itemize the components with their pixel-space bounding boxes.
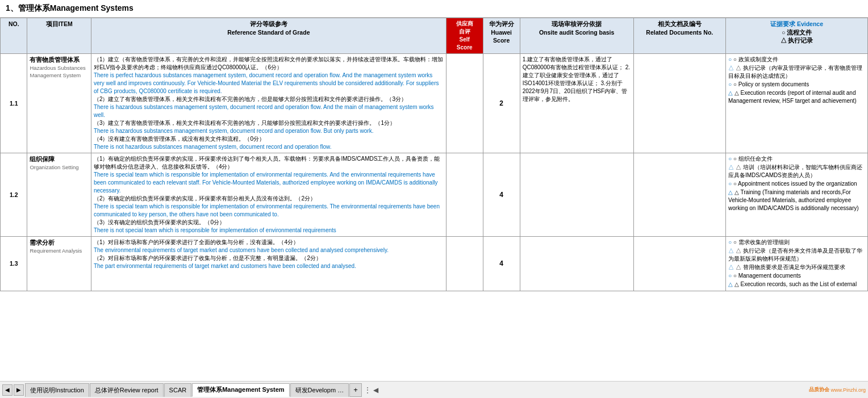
tab-next-button[interactable]: ▶ [14,384,24,396]
tab-add-button[interactable]: + [349,383,362,397]
row-no-1-2: 1.2 [1,153,27,237]
item-en-1-2: Organization Setting [30,164,88,171]
tab-scroll-left-icon[interactable]: ◀ [373,386,378,394]
table-row: 1.3 需求分析 Requirement Analysis （1）对目标市场和客… [1,237,868,291]
col-docs-header: 相关文档及编号 Related Documents No. [633,18,725,54]
col-onsite-header: 现场审核评分依据 Onsite audit Scoring basis [520,18,633,54]
table-container[interactable]: NO. 项目ITEM 评分等级参考 Reference Standard of … [0,18,868,381]
header-row: NO. 项目ITEM 评分等级参考 Reference Standard of … [1,18,868,54]
row-no-1-3: 1.3 [1,237,27,291]
col-item-header: 项目ITEM [27,18,91,54]
item-cn-1-1: 有害物质管理体系 [30,56,88,64]
tab-management[interactable]: 管理体系Management System [192,383,289,397]
row-ref-1-1: （1）建立（有害物质管理体系，有完善的文件和流程，并能够完全按照流程和文件的要求… [91,54,446,153]
item-cn-1-2: 组织保障 [30,155,88,164]
tab-instruction[interactable]: 使用说明Instruction [25,383,89,397]
main-table: NO. 项目ITEM 评分等级参考 Reference Standard of … [0,18,868,291]
row-no-1-1: 1.1 [1,54,27,153]
section-title: 1、管理体系Management Systems [0,0,868,18]
row-evidence-1-1: ○ ○ 政策或制度文件 △ △ 执行记录（内审及管理评审记录，有害物质管理目标及… [726,54,868,153]
row-self-1-3 [446,237,483,291]
table-row: 1.2 组织保障 Organization Setting （1）有确定的组织负… [1,153,868,237]
col-supply-header: 供应商 自评 Self Score [446,18,483,54]
row-docs-1-1 [633,54,725,153]
row-onsite-1-3 [520,237,633,291]
col-no-header: NO. [1,18,27,54]
table-row: 1.1 有害物质管理体系 Hazardous Substances Manage… [1,54,868,153]
row-item-1-3: 需求分析 Requirement Analysis [27,237,91,291]
row-huawei-1-3: 4 [483,237,520,291]
row-self-1-2 [446,153,483,237]
row-ref-1-2: （1）有确定的组织负责环保要求的实现，环保要求传达到了每个相关人员。车载物料：另… [91,153,446,237]
tab-bar: ◀ ▶ 使用说明Instruction 总体评价Review report SC… [0,381,868,398]
item-cn-1-3: 需求分析 [30,238,88,247]
row-huawei-1-1: 2 [483,54,520,153]
row-onsite-1-1: 1.建立了有害物质管理体系，通过了QC080000有害物质过程管理体系认证； 2… [520,54,633,153]
row-ref-1-3: （1）对目标市场和客户的环保要求进行了全面的收集与分析，没有遗漏。（4分） Th… [91,237,446,291]
item-en-1-3: Requirement Analysis [30,247,88,254]
row-onsite-1-2 [520,153,633,237]
row-item-1-1: 有害物质管理体系 Hazardous Substances Management… [27,54,91,153]
tab-scar[interactable]: SCAR [164,383,192,397]
row-item-1-2: 组织保障 Organization Setting [27,153,91,237]
row-evidence-1-2: ○ ○ 组织任命文件 △ △ 培训（培训材料和记录，智能汽车物料供应商还应具备I… [726,153,868,237]
col-huawei-header: 华为评分 Huawei Score [483,18,520,54]
row-evidence-1-3: ○ ○ 需求收集的管理细则 △ △ 执行记录（是否有外来文件清单及是否获取了华为… [726,237,868,291]
row-docs-1-2 [633,153,725,237]
col-ref-header: 评分等级参考 Reference Standard of Grade [91,18,446,54]
tab-right-area: 品质协会 www.Pinzhi.org [809,386,866,393]
row-huawei-1-2: 4 [483,153,520,237]
row-docs-1-3 [633,237,725,291]
tab-review[interactable]: 总体评价Review report [90,383,164,397]
watermark: 品质协会 www.Pinzhi.org [809,386,866,393]
tab-more-icon[interactable]: ⋮ [364,386,371,394]
col-evidence-header: 证据要求 Evidence ○ 流程文件 △ 执行记录 [726,18,868,54]
tab-prev-button[interactable]: ◀ [2,384,12,396]
main-container: 1、管理体系Management Systems NO. 项目ITEM [0,0,868,398]
tab-develop[interactable]: 研发Developm … [290,383,349,397]
row-self-1-1 [446,54,483,153]
item-en-1-1: Hazardous Substances Management System [30,64,88,79]
